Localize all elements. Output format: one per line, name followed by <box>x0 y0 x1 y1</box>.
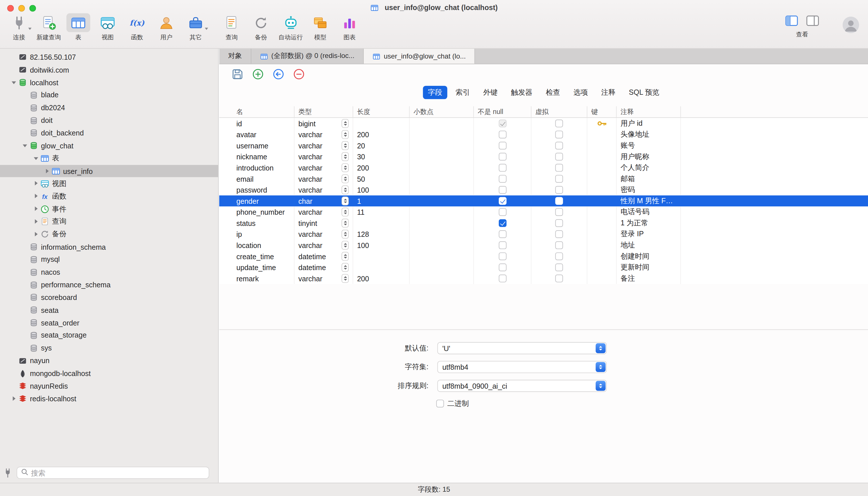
not-null-checkbox[interactable] <box>499 120 506 127</box>
field-comment-cell[interactable]: 登录 IP <box>617 229 681 240</box>
dropdown-arrows-icon[interactable] <box>595 362 605 372</box>
field-name-cell[interactable]: username <box>219 140 294 151</box>
search-input[interactable] <box>31 469 205 477</box>
toggle-left-pane-icon[interactable] <box>785 16 798 28</box>
segment-字段[interactable]: 字段 <box>423 86 447 99</box>
field-row-id[interactable]: idbigint用户 id <box>219 118 868 129</box>
field-decimals-cell[interactable] <box>409 140 474 151</box>
field-name-cell[interactable]: update_time <box>219 262 294 273</box>
chevron-down-icon[interactable] <box>10 78 18 87</box>
tree-item-doitwiki-com[interactable]: doitwiki.com <box>0 63 218 76</box>
field-length-cell[interactable]: 100 <box>353 240 409 251</box>
not-null-checkbox[interactable] <box>499 175 506 183</box>
tree-item-user-info[interactable]: user_info <box>0 165 218 177</box>
field-row-password[interactable]: passwordvarchar100密码 <box>219 184 868 196</box>
dropdown-arrows-icon[interactable] <box>595 381 605 391</box>
tree-item-seata-order[interactable]: seata_order <box>0 316 218 329</box>
chevron-down-icon[interactable] <box>32 154 41 162</box>
field-comment-cell[interactable]: 用户昵称 <box>617 151 681 162</box>
type-stepper[interactable] <box>342 241 349 250</box>
virtual-checkbox[interactable] <box>555 142 563 150</box>
detail-combo-1[interactable]: utf8mb4 <box>437 361 607 373</box>
field-type-cell[interactable]: varchar <box>294 240 353 251</box>
toolbar-user-button[interactable]: 用户 <box>152 13 181 41</box>
tree-item-blade[interactable]: blade <box>0 89 218 102</box>
virtual-checkbox[interactable] <box>555 252 563 260</box>
toolbar-view-button[interactable]: 视图 <box>93 13 122 41</box>
tree-item-scoreboard[interactable]: scoreboard <box>0 291 218 304</box>
column-header-0[interactable]: 名 <box>219 106 294 118</box>
column-header-1[interactable]: 类型 <box>294 106 353 118</box>
tree-item-nacos[interactable]: nacos <box>0 266 218 278</box>
toolbar-charts-button[interactable]: 图表 <box>335 13 364 41</box>
field-length-cell[interactable]: 11 <box>353 206 409 218</box>
not-null-checkbox[interactable] <box>499 264 506 271</box>
chevron-right-icon[interactable] <box>10 394 18 403</box>
field-comment-cell[interactable]: 密码 <box>617 184 681 196</box>
field-type-cell[interactable]: datetime <box>294 251 353 262</box>
toolbar-backup-button[interactable]: 备份 <box>246 13 276 41</box>
tree-item-performance-schema[interactable]: performance_schema <box>0 278 218 291</box>
virtual-checkbox[interactable] <box>555 175 563 183</box>
field-decimals-cell[interactable] <box>409 206 474 218</box>
not-null-checkbox[interactable] <box>499 164 506 172</box>
field-comment-cell[interactable]: 地址 <box>617 240 681 251</box>
user-avatar[interactable] <box>842 17 859 33</box>
toolbar-table-button[interactable]: 表 <box>64 13 93 41</box>
field-comment-cell[interactable]: 邮箱 <box>617 173 681 185</box>
tree-item-item[interactable]: 事件 <box>0 203 218 215</box>
field-decimals-cell[interactable] <box>409 240 474 251</box>
segment-触发器[interactable]: 触发器 <box>506 86 538 99</box>
virtual-checkbox[interactable] <box>555 197 563 205</box>
tree-item-mongodb-localhost[interactable]: mongodb-localhost <box>0 367 218 380</box>
field-name-cell[interactable]: avatar <box>219 129 294 140</box>
not-null-checkbox[interactable] <box>499 142 506 150</box>
chevron-right-icon[interactable] <box>32 192 41 201</box>
tab-2[interactable]: user_info@glow_chat (lo... <box>364 49 475 64</box>
field-row-avatar[interactable]: avatarvarchar200头像地址 <box>219 129 868 140</box>
field-length-cell[interactable] <box>353 262 409 273</box>
type-stepper[interactable] <box>342 130 349 139</box>
type-stepper[interactable] <box>342 197 349 205</box>
chevron-right-icon[interactable] <box>32 205 41 213</box>
field-name-cell[interactable]: status <box>219 218 294 229</box>
field-name-cell[interactable]: create_time <box>219 251 294 262</box>
field-name-cell[interactable]: introduction <box>219 162 294 173</box>
tab-0[interactable]: 对象 <box>219 49 251 64</box>
field-comment-cell[interactable]: 性别 M 男性 F… <box>617 196 681 207</box>
field-decimals-cell[interactable] <box>409 229 474 240</box>
field-row-nickname[interactable]: nicknamevarchar30用户昵称 <box>219 151 868 162</box>
type-stepper[interactable] <box>342 152 349 161</box>
field-row-create_time[interactable]: create_timedatetime创建时间 <box>219 251 868 262</box>
toolbar-others-button[interactable]: 其它 <box>181 13 211 41</box>
field-length-cell[interactable]: 200 <box>353 162 409 173</box>
toolbar-new-query-button[interactable]: 新建查询 <box>34 13 64 41</box>
virtual-checkbox[interactable] <box>555 230 563 238</box>
toolbar-model-button[interactable]: 模型 <box>306 13 335 41</box>
field-length-cell[interactable]: 200 <box>353 129 409 140</box>
tree-item-mysql[interactable]: mysql <box>0 253 218 266</box>
field-decimals-cell[interactable] <box>409 184 474 196</box>
not-null-checkbox[interactable] <box>499 186 506 194</box>
field-name-cell[interactable]: phone_number <box>219 206 294 218</box>
not-null-checkbox[interactable] <box>499 275 506 282</box>
segment-注释[interactable]: 注释 <box>596 86 621 99</box>
type-stepper[interactable] <box>342 230 349 238</box>
tree-item-item[interactable]: fx函数 <box>0 190 218 203</box>
field-type-cell[interactable]: varchar <box>294 184 353 196</box>
delete-field-button[interactable] <box>293 68 305 80</box>
field-row-location[interactable]: locationvarchar100地址 <box>219 240 868 251</box>
chevron-right-icon[interactable] <box>32 218 41 226</box>
detail-combo-0[interactable]: 'U' <box>437 342 607 354</box>
field-length-cell[interactable]: 30 <box>353 151 409 162</box>
field-name-cell[interactable]: id <box>219 118 294 129</box>
column-header-4[interactable]: 不是 null <box>474 106 531 118</box>
type-stepper[interactable] <box>342 163 349 172</box>
virtual-checkbox[interactable] <box>555 275 563 282</box>
field-comment-cell[interactable]: 用户 id <box>617 118 681 129</box>
field-decimals-cell[interactable] <box>409 151 474 162</box>
save-button[interactable] <box>231 68 244 80</box>
type-stepper[interactable] <box>342 141 349 150</box>
column-header-3[interactable]: 小数点 <box>409 106 474 118</box>
field-type-cell[interactable]: varchar <box>294 273 353 284</box>
